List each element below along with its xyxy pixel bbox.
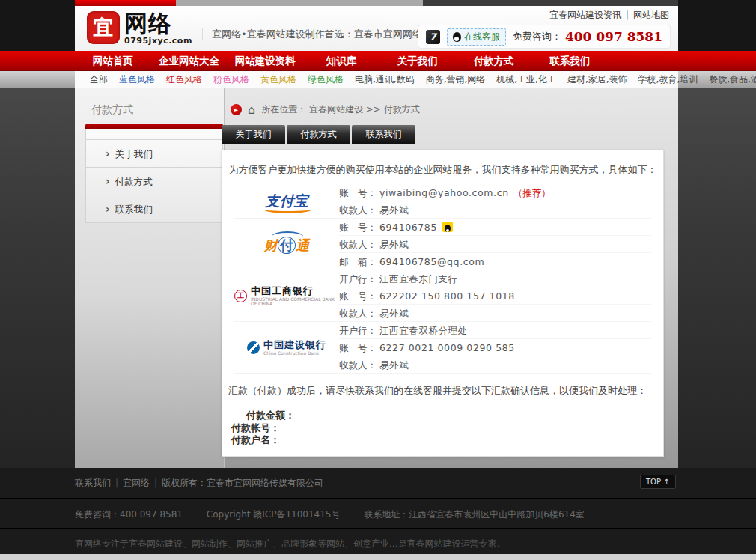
payment-line: 收款人：易外斌 (339, 305, 651, 322)
payment-line: 账 号：6227 0021 0009 0290 585 (339, 339, 651, 356)
footer-hotline: 免费咨询：400 097 8581 (75, 509, 183, 520)
field-label: 收款人： (339, 305, 377, 322)
field-value: 622202 150 800 157 1018 (379, 287, 515, 305)
subnav-link[interactable]: 学校,教育,培训 (638, 73, 698, 86)
field-value: 江西宜春双桥分理处 (379, 322, 468, 339)
footer-row-copyright: 联系我们|宜网络|版权所有：宜春市宜网网络传媒有限公司 (75, 477, 323, 490)
content-area: 付款方式 ›关于我们›付款方式›联系我们 ► ⌂ 所在位置： 宜春网站建设 >>… (75, 88, 678, 468)
intro-text: 为方便客户更加快捷方便的购买使用本站的企业网站服务，我们支持多种常用购买方式，具… (222, 163, 663, 177)
sidebar-red-bar (85, 124, 223, 129)
sidebar-item[interactable]: ›关于我们 (86, 139, 222, 167)
top-decor-strip (75, 0, 678, 6)
payment-row: 支付宝账 号：yiwaibing@yahoo.com.cn（推荐）收款人：易外斌 (234, 184, 651, 219)
subnav-link[interactable]: 机械,工业,化工 (496, 73, 556, 86)
tab-bar: 关于我们付款方式联系我们 (222, 125, 415, 144)
field-label: 账 号： (339, 339, 377, 356)
subnav-link[interactable]: 电脑,通讯,数码 (355, 73, 415, 86)
footer-link-contact[interactable]: 联系我们 (75, 478, 111, 488)
field-label: 收款人： (339, 236, 377, 253)
home-icon[interactable]: ⌂ (248, 104, 255, 115)
note-text: 汇款（付款）成功后，请尽快联系我们的在线客服并提交以下汇款确认信息，以便我们及时… (228, 384, 657, 398)
footer-row-info: 免费咨询：400 097 8581 Copyright 赣ICP备1100141… (75, 508, 606, 521)
chevron-right-icon: › (106, 168, 110, 195)
confirm-fields: 付款金额：付款帐号：付款户名： (231, 410, 663, 447)
payment-row: 工中国工商银行INDUSTRIAL AND COMMERCIAL BANK OF… (234, 270, 651, 322)
field-label: 账 号： (339, 287, 377, 305)
topbar-links: 宜春网站建设资讯|网站地图 (549, 9, 669, 22)
subnav-link[interactable]: 商务,营销,网络 (426, 73, 486, 86)
decor-segment-gray (176, 0, 423, 6)
nav-item[interactable]: 知识库 (303, 51, 379, 71)
messenger-icon[interactable]: 7 (426, 30, 440, 44)
page: 宜 网络 0795jxyc.com 宜网络•宜春网站建设制作首选：宜春市宜网网络… (0, 0, 756, 560)
sidebar-title: 付款方式 (91, 103, 133, 117)
nav-item[interactable]: 联系我们 (531, 51, 608, 71)
nav-item[interactable]: 企业网站大全 (151, 51, 228, 71)
breadcrumb-prefix: 所在位置： (261, 104, 306, 115)
nav-item[interactable]: 关于我们 (379, 51, 456, 71)
nav-item[interactable]: 网站建设资料 (227, 51, 303, 71)
logo-domain: 0795jxyc.com (124, 36, 192, 46)
field-label: 收款人： (339, 201, 377, 219)
payment-row: 中国建设银行China Construction Bank开户行：江西宜春双桥分… (234, 322, 651, 374)
tab[interactable]: 关于我们 (222, 125, 285, 144)
breadcrumb-site-link[interactable]: 宜春网站建设 (309, 104, 363, 115)
field-value: 易外斌 (379, 305, 409, 322)
payment-line: 账 号：622202 150 800 157 1018 (339, 287, 651, 305)
subnav-link[interactable]: 蓝色风格 (119, 73, 155, 86)
sidebar-item-label: 关于我们 (115, 140, 153, 168)
field-value: 江西宜春东门支行 (379, 270, 458, 287)
field-value: 694106785 (379, 219, 437, 236)
back-to-top-button[interactable]: TOP ↑ (640, 475, 676, 489)
field-value: 易外斌 (379, 356, 409, 374)
payment-table: 支付宝账 号：yiwaibing@yahoo.com.cn（推荐）收款人：易外斌… (234, 184, 651, 374)
sidebar-item[interactable]: ›付款方式 (86, 167, 222, 195)
sidebar-item[interactable]: ›联系我们 (86, 195, 222, 222)
payment-logo-cell: 中国建设银行China Construction Bank (234, 322, 339, 374)
divider: | (154, 478, 157, 488)
payment-line: 收款人：易外斌 (339, 201, 651, 219)
arrow-circle-icon: ► (231, 104, 242, 115)
top-link-news[interactable]: 宜春网站建设资讯 (549, 10, 621, 20)
bottom-strip (0, 554, 756, 560)
confirm-field: 付款金额： (231, 410, 663, 422)
payment-row: 财付通账 号：694106785收款人：易外斌邮 箱：694106785@qq.… (234, 219, 651, 270)
subnav-link[interactable]: 粉色风格 (213, 73, 249, 86)
subnav-link[interactable]: 全部 (90, 73, 108, 86)
divider: | (115, 478, 118, 488)
nav-item[interactable]: 付款方式 (456, 51, 532, 71)
subnav: 全部蓝色风格红色风格粉色风格黄色风格绿色风格电脑,通讯,数码商务,营销,网络机械… (75, 71, 678, 88)
subnav-link[interactable]: 红色风格 (166, 73, 202, 86)
footer-address: 联系地址：江西省宜春市袁州区中山中路加贝6楼614室 (364, 509, 585, 520)
icbc-logo: 工中国工商银行INDUSTRIAL AND COMMERCIAL BANK OF… (234, 286, 339, 306)
recommended-label: （推荐） (513, 184, 551, 201)
tab[interactable]: 联系我们 (352, 125, 415, 144)
subnav-band: 全部蓝色风格红色风格粉色风格黄色风格绿色风格电脑,通讯,数码商务,营销,网络机械… (0, 71, 756, 88)
footer-link-site[interactable]: 宜网络 (123, 478, 150, 488)
hotline-label: 免费咨询： (513, 30, 561, 43)
subnav-link[interactable]: 绿色风格 (308, 73, 344, 86)
payment-line: 收款人：易外斌 (339, 356, 651, 374)
header: 宜 网络 0795jxyc.com 宜网络•宜春网站建设制作首选：宜春市宜网网络… (75, 6, 678, 51)
payment-details: 账 号：yiwaibing@yahoo.com.cn（推荐）收款人：易外斌 (339, 184, 651, 219)
subnav-link[interactable]: 餐饮,食品,酒类 (709, 73, 756, 86)
icbc-icon: 工 (234, 290, 247, 302)
site-logo[interactable]: 宜 网络 0795jxyc.com (87, 11, 192, 46)
tab[interactable]: 付款方式 (287, 125, 350, 144)
logo-text-block: 网络 0795jxyc.com (124, 11, 192, 46)
subnav-link[interactable]: 黄色风格 (260, 73, 296, 86)
payment-details: 开户行：江西宜春东门支行账 号：622202 150 800 157 1018收… (339, 270, 651, 322)
nav-item[interactable]: 网站首页 (75, 51, 151, 71)
field-label: 账 号： (339, 184, 377, 201)
logo-seal-icon: 宜 (87, 11, 120, 44)
bank-name: 中国工商银行INDUSTRIAL AND COMMERCIAL BANK OF … (251, 286, 339, 306)
field-label: 收款人： (339, 356, 377, 374)
qq-service-button[interactable]: 在线客服 (447, 28, 506, 46)
subnav-link[interactable]: 建材,家居,装饰 (567, 73, 627, 86)
decor-segment-dark (423, 0, 678, 6)
sidebar-menu: ›关于我们›付款方式›联系我们 (85, 124, 223, 223)
field-label: 账 号： (339, 219, 377, 236)
footer-divider (0, 528, 756, 529)
qq-penguin-icon (453, 32, 461, 42)
top-link-sitemap[interactable]: 网站地图 (633, 10, 669, 20)
